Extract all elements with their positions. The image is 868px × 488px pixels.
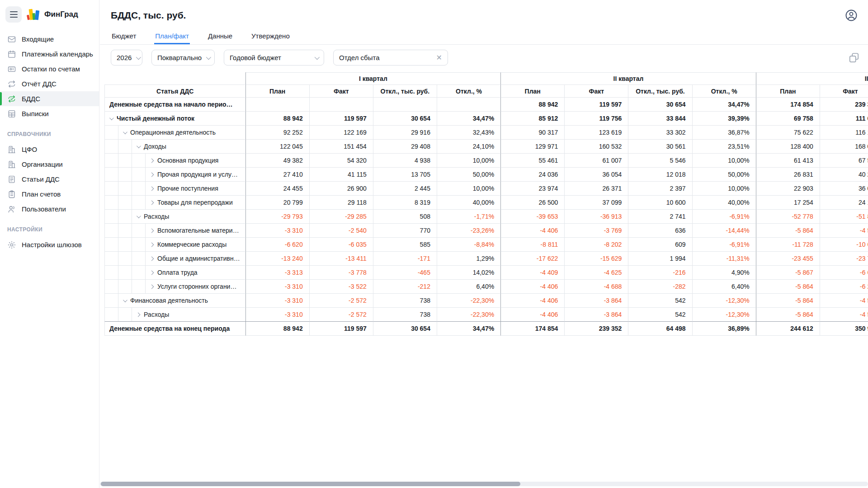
expand-chevron-icon[interactable] [118,294,130,307]
table-row[interactable]: Расходы-29 793-29 285508-1,71%-39 653-36… [104,210,868,224]
table-row[interactable]: Денежные средства на конец периода88 942… [104,322,868,336]
table-row[interactable]: Общие и административн…-13 240-13 411-17… [104,252,868,266]
value-cell: 34,47% [437,112,501,126]
value-cell: -4 55 [820,308,868,322]
value-cell: -13 411 [310,252,373,266]
tab-data[interactable]: Данные [207,28,233,44]
value-cell: 50,00% [437,168,501,182]
value-cell: 119 597 [565,98,628,112]
expand-chevron-icon[interactable] [132,308,144,321]
expand-chevron-icon[interactable] [146,280,157,293]
subheader: Откл., тыс. руб. [628,85,692,98]
value-cell: -4 688 [565,280,628,294]
sidebar-item-label: ЦФО [22,145,37,153]
row-label-cell: Расходы [104,210,246,224]
value-cell: 67 55 [820,154,868,168]
sidebar-item-payment-calendar[interactable]: Платежный календарь [0,47,99,61]
tab-budget[interactable]: Бюджет [111,28,137,44]
value-cell: -5 867 [756,266,820,280]
year-select[interactable]: 2026 [111,50,142,66]
value-cell: 32,43% [437,126,501,140]
value-cell: 69 758 [756,112,820,126]
sidebar-item-bdds[interactable]: БДДС [0,91,99,106]
sidebar-item-cfo[interactable]: ЦФО [0,142,99,157]
cycle-check-icon [7,94,16,103]
table-row[interactable]: Товары для перепродажи20 79929 1188 3194… [104,196,868,210]
budget-select[interactable]: Годовой бюджет [224,50,324,66]
value-cell: 40 24 [820,168,868,182]
sidebar-item-label: Выписки [22,110,49,117]
value-cell: -8,84% [437,238,501,252]
table-row[interactable]: Услуги сторонних органи…-3 310-3 522-212… [104,280,868,294]
value-cell: -3 310 [246,294,310,308]
expand-chevron-icon[interactable] [146,266,157,279]
expand-chevron-icon[interactable] [146,154,157,167]
value-cell: 10,00% [693,154,756,168]
value-cell: -8 202 [565,238,628,252]
table-row[interactable]: Вспомогательные матери…-3 310-2 540770-2… [104,224,868,238]
value-cell: 174 854 [501,322,565,336]
sidebar-item-chart-of-accounts[interactable]: План счетов [0,187,99,202]
value-cell: 30 654 [373,322,437,336]
department-filter[interactable]: Отдел сбыта ✕ [333,50,448,66]
value-cell: 17 254 [756,196,820,210]
expand-chevron-icon[interactable] [132,140,144,153]
table-row[interactable]: Операционная деятельность92 252122 16929… [104,126,868,140]
period-select[interactable]: Поквартально [151,50,215,66]
expand-chevron-icon[interactable] [146,224,157,237]
table-row[interactable]: Финансовая деятельность-3 310-2 572738-2… [104,294,868,308]
clear-filter-icon[interactable]: ✕ [436,54,442,61]
table-row[interactable]: Прочая продукция и услу…27 41041 11513 7… [104,168,868,182]
sidebar-item-organizations[interactable]: Организации [0,157,99,172]
expand-chevron-icon[interactable] [146,196,157,209]
horizontal-scrollbar[interactable] [100,482,868,486]
budget-select-value: Годовой бюджет [230,54,310,61]
table-row[interactable]: Оплата труда-3 313-3 778-46514,02%-4 409… [104,266,868,280]
sidebar-item-gateway-settings[interactable]: Настройки шлюзов [0,237,99,252]
expand-chevron-icon[interactable] [118,126,130,139]
value-cell: 50,00% [693,168,756,182]
year-select-value: 2026 [117,54,132,61]
value-cell: -282 [628,280,692,294]
user-avatar-icon[interactable] [844,9,858,22]
value-cell: -6 69 [820,266,868,280]
sidebar-item-statements[interactable]: Выписки [0,106,99,121]
sidebar: ФинГрад Входящие Платежный календарь Ост… [0,0,99,488]
value-cell: -3 778 [310,266,373,280]
hamburger-menu-button[interactable] [5,6,22,23]
table-row[interactable]: Прочие поступления24 45526 9002 44510,00… [104,182,868,196]
row-label-cell: Операционная деятельность [104,126,246,140]
sidebar-item-dds-report[interactable]: Отчёт ДДС [0,76,99,91]
row-label-cell: Прочая продукция и услу… [104,168,246,182]
value-cell: 119 597 [310,322,373,336]
brand-row: ФинГрад [0,0,99,23]
sidebar-item-dds-articles[interactable]: Статьи ДДС [0,172,99,187]
subheader: Откл., % [693,85,756,98]
tab-approved[interactable]: Утверждено [250,28,291,44]
sidebar-item-label: Организации [22,160,63,168]
sidebar-item-account-balances[interactable]: Остатки по счетам [0,61,99,76]
expand-chevron-icon[interactable] [132,210,144,223]
expand-chevron-icon[interactable] [105,112,117,125]
chevron-down-icon [206,54,211,59]
scrollbar-thumb[interactable] [101,482,520,486]
table-row[interactable]: Расходы-3 310-2 572738-22,30%-4 406-3 86… [104,308,868,322]
table-row[interactable]: Доходы122 045151 45429 40824,10%129 9711… [104,140,868,154]
table-row[interactable]: Денежные средства на начало перио…88 942… [104,98,868,112]
value-cell: -36 913 [565,210,628,224]
expand-chevron-icon[interactable] [146,238,157,251]
table-row[interactable]: Чистый денежный поток88 942119 59730 654… [104,112,868,126]
table-row[interactable]: Основная продукция49 38254 3204 93810,00… [104,154,868,168]
building-icon [7,145,16,154]
sidebar-item-users[interactable]: Пользователи [0,202,99,216]
expand-chevron-icon[interactable] [146,252,157,265]
expand-chevron-icon[interactable] [146,182,157,195]
tab-plan-fact[interactable]: План/факт [154,28,190,44]
sidebar-item-inbox[interactable]: Входящие [0,32,99,47]
expand-chevron-icon[interactable] [146,168,157,181]
subheader: План [756,85,820,98]
quarter-3-header: III квартал [756,72,868,85]
row-label-cell: Оплата труда [104,266,246,280]
table-row[interactable]: Коммерческие расходы-6 620-6 035585-8,84… [104,238,868,252]
copy-button[interactable] [848,52,860,64]
